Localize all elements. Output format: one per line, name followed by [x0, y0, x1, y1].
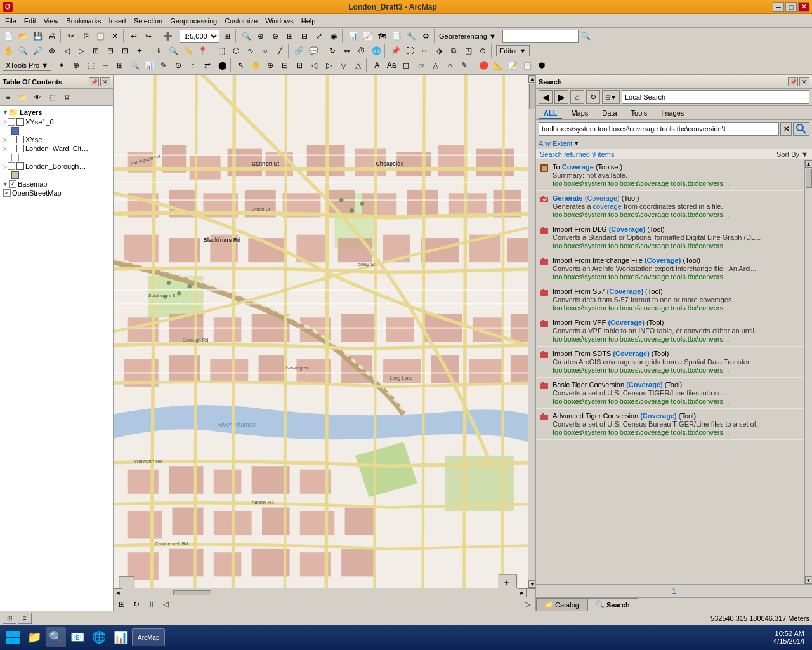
find-btn[interactable]: 🔍 — [166, 44, 180, 58]
print-button[interactable]: 🖨 — [45, 29, 59, 43]
zoom-to-full-extent[interactable]: ⊞ — [220, 29, 234, 43]
cut-button[interactable]: ✂ — [64, 29, 78, 43]
osm-checkbox[interactable]: ✓ — [3, 189, 11, 197]
search-results-scrollbar[interactable]: ▲ ▼ — [804, 160, 812, 584]
xtools-btn-10[interactable]: ↕ — [186, 58, 200, 72]
map-nav-4[interactable]: ⊟ — [278, 58, 292, 72]
toc-options[interactable]: ⚙ — [60, 90, 74, 104]
map-horizontal-scrollbar[interactable]: ◄ ► — [114, 588, 535, 597]
identify-btn[interactable]: ℹ — [152, 44, 166, 58]
search-go-btn[interactable]: 🔍 — [579, 29, 593, 43]
draw-1[interactable]: A — [370, 58, 384, 72]
tool-btn-6[interactable]: ⤢ — [312, 29, 326, 43]
map-left-btn[interactable]: ◁ — [159, 597, 173, 611]
toc-item-ward-symbol[interactable] — [1, 153, 112, 162]
search-close-btn[interactable]: ✕ — [799, 77, 809, 86]
search-result-2[interactable]: Generate (Coverage) (Tool) Generates a c… — [536, 191, 804, 222]
search-go-button[interactable] — [793, 122, 809, 136]
result-9-link[interactable]: (Coverage) — [640, 412, 676, 420]
tool-btn-10[interactable]: 🗺 — [375, 29, 389, 43]
tool-2-7[interactable]: ⊙ — [476, 44, 490, 58]
nav-flash[interactable]: ✦ — [133, 44, 147, 58]
xtools-btn-9[interactable]: ⊙ — [171, 58, 185, 72]
menu-view[interactable]: View — [40, 16, 63, 26]
search-result-9[interactable]: Advanced Tiger Conversion (Coverage) (To… — [536, 409, 804, 440]
xtools-label[interactable]: XTools Pro ▼ — [3, 60, 51, 71]
map-right-btn[interactable]: ▷ — [520, 597, 534, 611]
search-tab-bottom[interactable]: 🔍 Search — [587, 598, 638, 611]
redo-button[interactable]: ↪ — [141, 29, 155, 43]
xtools-btn-5[interactable]: ⊞ — [113, 58, 127, 72]
search-result-1[interactable]: To Coverage (Toolset) Summary: not avail… — [536, 160, 804, 191]
toc-list-by-drawing-order[interactable]: ≡ — [1, 90, 15, 104]
menu-insert[interactable]: Insert — [105, 16, 130, 26]
result-3-link[interactable]: (Coverage) — [609, 225, 645, 233]
menu-customize[interactable]: Customize — [221, 16, 261, 26]
map-nav-8[interactable]: ▽ — [336, 58, 350, 72]
search-refresh-btn[interactable]: ↻ — [586, 90, 600, 104]
nav-next[interactable]: ▷ — [74, 44, 88, 58]
excel-icon[interactable]: 📊 — [110, 627, 131, 647]
result-5-link[interactable]: (Coverage) — [607, 288, 643, 295]
draw-4[interactable]: ▱ — [414, 58, 428, 72]
toc-list-by-source[interactable]: 📁 — [16, 90, 30, 104]
extent-link[interactable]: Any Extent — [539, 140, 572, 147]
new-map-button[interactable]: 📄 — [1, 29, 15, 43]
map-pause-btn[interactable]: ⏸ — [144, 597, 158, 611]
search-tab-maps[interactable]: Maps — [566, 108, 593, 119]
arcmap-taskbar-item[interactable]: ArcMap — [132, 628, 165, 646]
draw-5[interactable]: △ — [428, 58, 442, 72]
xtools-btn-12[interactable]: ⬤ — [215, 58, 229, 72]
tool-btn-12[interactable]: 🔧 — [404, 29, 418, 43]
search-result-6[interactable]: Import From VPF (Coverage) (Tool) Conver… — [536, 315, 804, 347]
map-refresh-btn[interactable]: ↻ — [129, 597, 143, 611]
xtools-btn-7[interactable]: 📊 — [142, 58, 156, 72]
tool-btn-2[interactable]: ⊕ — [254, 29, 268, 43]
ward-checkbox[interactable] — [8, 145, 15, 152]
map-scroll-left[interactable]: ◄ — [114, 588, 122, 597]
select-by-line[interactable]: ╱ — [273, 44, 287, 58]
status-btn-1[interactable]: ⊞ — [3, 613, 16, 624]
map-scroll-down[interactable]: ▼ — [528, 580, 535, 588]
nav-zoom-in[interactable]: 🔍 — [16, 44, 30, 58]
delete-button[interactable]: ✕ — [108, 29, 122, 43]
toc-item-xyse[interactable]: ▷ XYse — [1, 135, 112, 144]
draw-6[interactable]: ○ — [443, 58, 457, 72]
tool-btn-8[interactable]: 📊 — [346, 29, 360, 43]
search-tab-data[interactable]: Data — [597, 108, 622, 119]
menu-bookmarks[interactable]: Bookmarks — [62, 16, 105, 26]
tool-2-5[interactable]: ⧉ — [447, 44, 461, 58]
maximize-button[interactable]: □ — [785, 2, 797, 12]
tool-2-1[interactable]: 📌 — [388, 44, 402, 58]
go-to-xy[interactable]: 📍 — [195, 44, 209, 58]
nav-layer[interactable]: ⊟ — [103, 44, 117, 58]
open-button[interactable]: 📂 — [16, 29, 30, 43]
tool-btn-3[interactable]: ⊖ — [268, 29, 282, 43]
xyse10-checkbox[interactable] — [8, 118, 15, 126]
nav-prev[interactable]: ◁ — [60, 44, 74, 58]
nav-sel[interactable]: ⊡ — [118, 44, 132, 58]
tool-btn-1[interactable]: 🔍 — [239, 29, 253, 43]
toc-list-by-visibility[interactable]: 👁 — [30, 90, 44, 104]
basemap-checkbox[interactable]: ✓ — [9, 180, 16, 188]
search-forward-btn[interactable]: ▶ — [554, 90, 568, 104]
map-nav-2[interactable]: ✋ — [249, 58, 263, 72]
search-result-7[interactable]: Import From SDTS (Coverage) (Tool) Creat… — [536, 347, 804, 378]
search-back-btn[interactable]: ◀ — [539, 90, 553, 104]
result-4-link[interactable]: (Coverage) — [645, 256, 681, 264]
tool-btn-13[interactable]: ⚙ — [419, 29, 433, 43]
symbol-3[interactable]: 📝 — [506, 58, 520, 72]
tool-2-3[interactable]: ↔ — [417, 44, 431, 58]
results-scroll-up[interactable]: ▲ — [805, 160, 813, 168]
search-home-btn[interactable]: ⌂ — [570, 90, 584, 104]
results-scroll-down[interactable]: ▼ — [805, 576, 813, 584]
draw-7[interactable]: ✎ — [457, 58, 471, 72]
editor-label[interactable]: Editor ▼ — [496, 45, 530, 56]
map-nav-7[interactable]: ▷ — [322, 58, 336, 72]
result-7-link[interactable]: (Coverage) — [613, 350, 649, 357]
toc-list-by-selection[interactable]: ⬚ — [45, 90, 59, 104]
select-by-circle[interactable]: ○ — [258, 44, 272, 58]
borough-checkbox[interactable] — [8, 162, 15, 170]
search-tab-all[interactable]: ALL — [539, 108, 562, 119]
hyperlink-btn[interactable]: 🔗 — [292, 44, 306, 58]
